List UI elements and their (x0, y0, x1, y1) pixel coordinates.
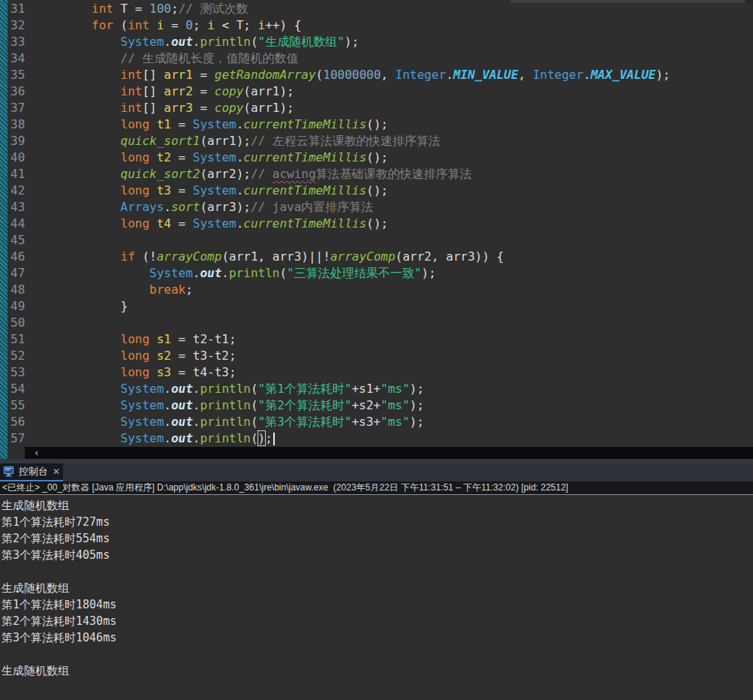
token-plain: = (171, 117, 193, 131)
code-line[interactable]: 43Arrays.sort(arr3);// java内置排序算法 (0, 199, 753, 216)
token-plain: ); (655, 68, 670, 82)
token-cls: System (121, 382, 164, 396)
token-plain: [] (142, 68, 164, 82)
console-output-line: 生成随机数组 (2, 580, 753, 596)
code-line[interactable]: 40long t2 = System.currentTimeMillis(); (0, 149, 753, 166)
code-line[interactable]: 49} (0, 298, 753, 315)
tab-console-label: 控制台 (19, 465, 48, 478)
token-cls: System (121, 35, 164, 49)
token-plain: ( (251, 398, 258, 412)
token-cls: System (193, 183, 236, 198)
code-text: int T = 100;// 测试次数 (34, 1, 753, 17)
token-kw: long (121, 365, 150, 379)
token-plain: +s2+ (351, 398, 381, 412)
line-number: 53 (11, 364, 25, 381)
line-number: 55 (11, 397, 25, 414)
token-var: s1 (157, 332, 171, 346)
token-plain: < T; (215, 18, 258, 32)
code-line[interactable]: 37int[] arr3 = copy(arr1); (0, 100, 753, 116)
code-line[interactable]: 50 (0, 315, 753, 331)
token-smeth: arrayComp (330, 249, 396, 264)
code-line[interactable]: 54System.out.println("第1个算法耗时"+s1+"ms"); (0, 381, 753, 397)
line-number: 48 (11, 282, 25, 298)
scroll-left-arrow-icon[interactable]: ‹ (34, 447, 40, 458)
code-line[interactable]: 46if (!arrayComp(arr1, arr3)||!arrayComp… (0, 249, 753, 265)
code-line[interactable]: 32for (int i = 0; i < T; i++) { (0, 17, 753, 34)
token-plain: . (236, 117, 244, 131)
token-var: t3 (157, 183, 171, 198)
console-output-line (2, 563, 753, 580)
token-smeth: currentTimeMillis (243, 117, 366, 131)
code-line[interactable]: 57System.out.println(); (0, 430, 753, 447)
console-output-line: 生成随机数组 (2, 662, 753, 679)
code-line[interactable]: 44long t4 = System.currentTimeMillis(); (0, 216, 753, 232)
token-num: 100 (149, 2, 171, 16)
code-line[interactable]: 42long t3 = System.currentTimeMillis(); (0, 183, 753, 199)
token-cls: Integer (396, 68, 446, 82)
line-number: 42 (11, 183, 25, 199)
token-cls: System (193, 216, 236, 231)
horizontal-scrollbar[interactable]: ‹ (25, 447, 753, 459)
code-line[interactable]: 34// 生成随机长度，值随机的数值 (0, 50, 753, 67)
token-kw: int (121, 68, 143, 82)
code-text: int[] arr2 = copy(arr1); (34, 83, 753, 100)
code-line[interactable]: 47System.out.println("三算法处理结果不一致"); (0, 265, 753, 282)
token-plain: T = (113, 2, 149, 16)
token-plain: ); (410, 415, 424, 429)
token-plain: , (381, 68, 395, 82)
code-line[interactable]: 31int T = 100;// 测试次数 (0, 1, 753, 17)
code-line[interactable]: 51long s1 = t2-t1; (0, 331, 753, 348)
token-kw: long (121, 348, 150, 363)
token-plain (149, 348, 157, 363)
token-plain: [] (142, 101, 164, 115)
token-plain: ( (113, 18, 128, 32)
code-line[interactable]: 36int[] arr2 = copy(arr1); (0, 83, 753, 100)
token-cls: Integer (533, 68, 583, 82)
token-cmt: // 左程云算法课教的快速排序算法 (251, 134, 441, 148)
code-line[interactable]: 45 (0, 232, 753, 249)
code-line[interactable]: 38long t1 = System.currentTimeMillis(); (0, 116, 753, 133)
token-kw: long (121, 183, 150, 198)
token-plain: , (518, 68, 532, 82)
code-line[interactable]: 53long s3 = t4-t3; (0, 364, 753, 381)
token-plain: . (164, 382, 171, 396)
token-plain: ); (421, 266, 435, 280)
code-text: long s3 = t4-t3; (34, 364, 753, 381)
token-kw: long (121, 216, 150, 231)
token-plain: = (164, 18, 185, 32)
console-output-line: 第3个算法耗时1046ms (2, 629, 753, 646)
token-plain: . (236, 183, 244, 198)
code-text: break; (34, 282, 753, 298)
code-line[interactable]: 56System.out.println("第3个算法耗时"+s3+"ms"); (0, 414, 753, 430)
token-plain: (arr2, arr3)) { (396, 249, 505, 264)
code-lines: 31int T = 100;// 测试次数32for (int i = 0; i… (0, 1, 753, 447)
code-line[interactable]: 52long s2 = t3-t2; (0, 348, 753, 364)
token-plain: (arr1, arr3)||! (221, 249, 330, 264)
code-text: long s2 = t3-t2; (34, 348, 753, 364)
line-number: 56 (11, 414, 25, 430)
token-plain: . (583, 68, 591, 82)
tab-close-icon[interactable]: ✕ (53, 466, 60, 477)
code-line[interactable]: 55System.out.println("第2个算法耗时"+s2+"ms"); (0, 397, 753, 414)
code-line[interactable]: 39quick_sort1(arr1);// 左程云算法课教的快速排序算法 (0, 133, 753, 149)
code-line[interactable]: 48break; (0, 282, 753, 298)
token-plain: (); (366, 216, 388, 231)
code-editor[interactable]: 31int T = 100;// 测试次数32for (int i = 0; i… (0, 0, 753, 459)
tab-console[interactable]: 控制台 ✕ (0, 463, 63, 481)
token-plain: . (236, 150, 244, 164)
code-line[interactable]: 41quick_sort2(arr2);// acwing算法基础课教的快速排序… (0, 166, 753, 183)
token-plain: . (164, 35, 171, 49)
token-plain: +s1+ (351, 382, 381, 396)
token-plain: (arr1); (243, 84, 294, 98)
token-plain: (arr3); (200, 200, 250, 214)
code-line[interactable]: 33System.out.println("生成随机数组"); (0, 34, 753, 50)
token-kw: break (149, 282, 185, 297)
token-plain (149, 117, 157, 131)
console-output[interactable]: 生成随机数组第1个算法耗时727ms第2个算法耗时554ms第3个算法耗时405… (0, 495, 753, 700)
token-plain: ( (316, 68, 324, 82)
token-plain: = (171, 150, 193, 164)
token-sconst: MAX_VALUE (591, 68, 656, 82)
token-plain: . (164, 415, 171, 429)
token-sconst: MIN_VALUE (453, 68, 519, 82)
code-line[interactable]: 35int[] arr1 = getRandomArray(10000000, … (0, 67, 753, 83)
